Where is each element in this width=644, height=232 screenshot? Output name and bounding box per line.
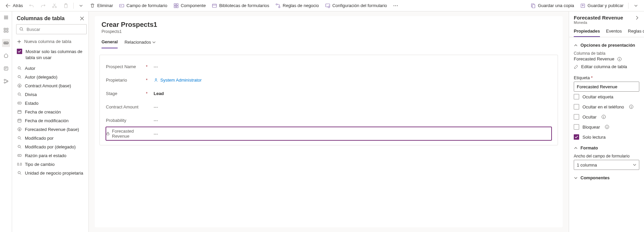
edit-column-link[interactable]: Editar columna de tabla <box>574 61 639 72</box>
form-field-row[interactable]: Prospect Name*--- <box>106 60 552 73</box>
column-item[interactable]: $Forecasted Revenue (base) <box>12 125 88 134</box>
form-settings-button[interactable]: Configuración del formulario <box>322 1 390 10</box>
form-field-row[interactable]: Propietario*System Administrator <box>106 73 552 87</box>
rail-hamburger[interactable] <box>2 13 10 21</box>
field-value[interactable]: --- <box>150 104 552 109</box>
width-select[interactable]: 1 columna <box>574 160 639 170</box>
column-item[interactable]: 0.0Tipo de cambio <box>12 160 88 169</box>
svg-rect-6 <box>176 4 178 5</box>
field-value[interactable]: --- <box>150 131 552 136</box>
component-button[interactable]: Componente <box>171 1 208 10</box>
form-field-row[interactable]: Contract Amount--- <box>106 100 552 113</box>
column-item[interactable]: Modificado por <box>12 134 88 142</box>
prop-tab-events[interactable]: Eventos <box>606 29 622 37</box>
component-label: Componente <box>181 3 206 8</box>
undo-button[interactable] <box>26 1 37 10</box>
close-panel-button[interactable] <box>80 16 84 21</box>
column-item-label: Fecha de modificación <box>25 118 69 123</box>
info-icon[interactable] <box>629 104 634 109</box>
rail-flow-icon[interactable] <box>2 77 10 85</box>
table-columns-panel: Columnas de tabla Nueva columna de tabla… <box>12 11 89 232</box>
prop-tab-properties[interactable]: Propiedades <box>574 29 600 37</box>
only-unused-label: Mostrar solo las columnas de tabla sin u… <box>26 49 84 60</box>
svg-text:$: $ <box>19 84 21 87</box>
cut-button[interactable] <box>49 1 60 10</box>
only-unused-checkbox[interactable]: Mostrar solo las columnas de tabla sin u… <box>12 46 88 64</box>
undo-icon <box>29 3 34 8</box>
form-libraries-button[interactable]: Bibliotecas de formularios <box>209 1 272 10</box>
column-item[interactable]: Razón para el estado <box>12 151 88 160</box>
form-settings-icon <box>325 3 330 8</box>
columns-list: AutorAutor (delegado)$Contract Amount (b… <box>12 64 88 232</box>
hide-label-checkbox[interactable]: Ocultar etiqueta <box>574 92 639 102</box>
field-value[interactable]: Lead <box>150 91 552 96</box>
paste-chevron[interactable] <box>76 1 86 10</box>
field-value[interactable]: --- <box>150 64 552 69</box>
prop-tab-rules[interactable]: Reglas de ne <box>628 29 644 37</box>
form-section[interactable]: Prospect Name*---Propietario*System Admi… <box>99 55 558 145</box>
column-item[interactable]: Fecha de creación <box>12 107 88 116</box>
info-icon[interactable] <box>617 57 622 61</box>
search-input[interactable] <box>26 27 84 32</box>
redo-button[interactable] <box>38 1 48 10</box>
paste-button[interactable] <box>61 1 71 10</box>
section-display-options[interactable]: Opciones de presentación <box>574 39 639 50</box>
save-copy-button[interactable]: Guardar una copia <box>528 1 577 10</box>
table-column-caption: Columna de tabla <box>574 50 639 56</box>
form-field-row[interactable]: Probability--- <box>106 113 552 127</box>
form-field-button[interactable]: Campo de formulario <box>116 1 170 10</box>
info-icon[interactable] <box>605 125 609 129</box>
expand-panel-button[interactable] <box>635 15 639 20</box>
column-type-icon: 0.0 <box>17 161 22 167</box>
tab-related[interactable]: Relacionados <box>124 39 156 48</box>
new-column-button[interactable]: Nueva columna de tabla <box>12 37 88 46</box>
overflow-button[interactable] <box>390 1 401 10</box>
lock-checkbox[interactable]: Bloquear <box>574 122 639 132</box>
etiqueta-input[interactable] <box>574 82 639 92</box>
search-input-wrapper[interactable] <box>16 24 87 34</box>
column-item[interactable]: Modificado por (delegado) <box>12 142 88 151</box>
hide-phone-checkbox[interactable]: Ocultar en el teléfono <box>574 102 639 112</box>
column-item-label: Modificado por (delegado) <box>25 144 76 149</box>
column-item[interactable]: $Contract Amount (base) <box>12 81 88 90</box>
form-field-row[interactable]: Stage*Lead <box>106 87 552 100</box>
lock-text: Bloquear <box>582 125 600 130</box>
chevron-down-icon <box>633 163 636 167</box>
svg-point-30 <box>20 28 23 30</box>
readonly-checkbox[interactable]: Solo lectura <box>574 132 639 142</box>
rail-components-icon[interactable] <box>2 26 10 34</box>
section-components[interactable]: Componentes <box>574 170 639 182</box>
column-item[interactable]: Autor (delegado) <box>12 73 88 81</box>
business-rules-button[interactable]: Reglas de negocio <box>273 1 322 10</box>
column-item[interactable]: Estado <box>12 99 88 107</box>
svg-rect-7 <box>174 6 176 8</box>
rail-library-icon[interactable] <box>2 64 10 73</box>
svg-point-11 <box>279 6 280 8</box>
format-label: Formato <box>580 145 598 150</box>
new-column-label: Nueva columna de tabla <box>24 39 71 44</box>
field-value[interactable]: System Administrator <box>150 78 552 83</box>
hide-checkbox[interactable]: Ocultar <box>574 112 639 122</box>
checkbox-icon <box>574 124 579 130</box>
rail-field-icon[interactable]: Abc <box>2 39 10 47</box>
form-field-row[interactable]: Forecasted Revenue--- <box>106 127 552 140</box>
svg-rect-18 <box>532 4 535 8</box>
save-publish-button[interactable]: Guardar y publicar <box>577 1 626 10</box>
column-item[interactable]: Fecha de modificación <box>12 116 88 125</box>
column-item[interactable]: Autor <box>12 64 88 73</box>
column-item-label: Modificado por <box>25 136 53 141</box>
column-type-icon <box>17 65 22 71</box>
save-publish-chevron[interactable] <box>631 1 641 10</box>
column-name-row: Forecasted Revenue <box>574 56 639 61</box>
back-button[interactable]: Atrás <box>3 1 26 10</box>
column-item[interactable]: Divisa <box>12 90 88 99</box>
plus-icon <box>17 39 22 44</box>
delete-button[interactable]: Eliminar <box>87 1 116 10</box>
tab-general[interactable]: General <box>102 39 118 48</box>
field-value[interactable]: --- <box>150 118 552 123</box>
rail-tree-icon[interactable] <box>2 52 10 60</box>
section-format[interactable]: Formato <box>574 142 639 152</box>
info-icon[interactable] <box>601 114 606 119</box>
checkbox-checked-icon <box>17 49 22 54</box>
column-item[interactable]: Unidad de negocio propietaria <box>12 169 88 177</box>
